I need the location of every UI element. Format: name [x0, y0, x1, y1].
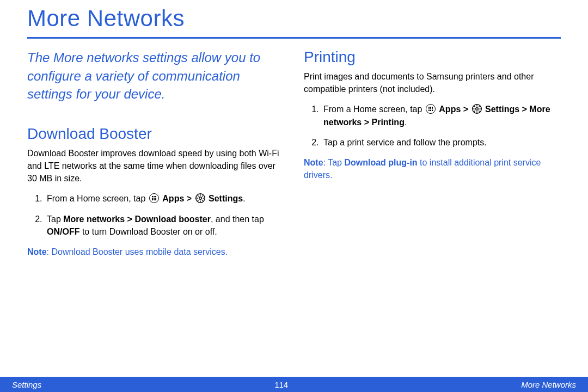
printing-steps: From a Home screen, tap Apps > Settings … [304, 103, 561, 149]
p-step-2: Tap a print service and follow the promp… [323, 138, 487, 147]
download-booster-desc: Download Booster improves download speed… [27, 147, 284, 185]
right-column: Printing Print images and documents to S… [304, 48, 561, 258]
step-2-a: Tap [47, 215, 63, 224]
apps-icon [426, 104, 436, 114]
step-2: Tap More networks > Download booster, an… [45, 213, 284, 238]
step-2-e: to turn Download Booster on or off. [79, 227, 217, 236]
page-footer: Settings 114 More Networks [0, 377, 588, 392]
step-1-apps: Apps > [162, 194, 194, 203]
step-1-text-a: From a Home screen, tap [47, 194, 148, 203]
p-note-b: Download plug-in [344, 158, 417, 167]
print-step-1: From a Home screen, tap Apps > Settings … [321, 103, 561, 128]
download-booster-note: Note: Download Booster uses mobile data … [27, 246, 284, 258]
step-1-period: . [243, 194, 245, 203]
intro-text: The More networks settings allow you to … [27, 48, 284, 103]
svg-point-1 [199, 197, 201, 200]
printing-heading: Printing [304, 48, 561, 66]
apps-icon [149, 193, 159, 203]
printing-note: Note: Tap Download plug-in to install ad… [304, 156, 561, 181]
p-step-1-apps: Apps > [439, 105, 470, 114]
two-column-layout: The More networks settings allow you to … [27, 48, 561, 258]
p-note-a: : Tap [323, 158, 345, 167]
step-2-c: , and then tap [211, 215, 264, 224]
p-note-label: Note [304, 158, 323, 167]
print-step-2: Tap a print service and follow the promp… [321, 136, 561, 149]
step-1: From a Home screen, tap Apps > Settings. [45, 192, 284, 205]
step-2-b: More networks > Download booster [63, 215, 211, 224]
settings-icon [472, 104, 482, 114]
step-1-settings: Settings [209, 194, 243, 203]
manual-page: More Networks The More networks settings… [0, 0, 588, 392]
footer-page-number: 114 [274, 380, 288, 389]
p-step-1-a: From a Home screen, tap [323, 105, 425, 114]
printing-desc: Print images and documents to Samsung pr… [304, 70, 561, 95]
footer-right: More Networks [521, 380, 576, 389]
step-2-d: ON/OFF [47, 227, 79, 236]
left-column: The More networks settings allow you to … [27, 48, 284, 258]
settings-icon [195, 193, 205, 203]
download-booster-steps: From a Home screen, tap Apps > Settings.… [27, 192, 284, 238]
download-booster-heading: Download Booster [27, 125, 284, 143]
title-rule [27, 37, 561, 39]
p-step-1-period: . [405, 118, 407, 127]
footer-left: Settings [12, 380, 41, 389]
svg-point-3 [475, 108, 478, 111]
note-label: Note [27, 247, 47, 256]
page-title: More Networks [27, 5, 561, 35]
note-body: : Download Booster uses mobile data serv… [47, 247, 228, 256]
